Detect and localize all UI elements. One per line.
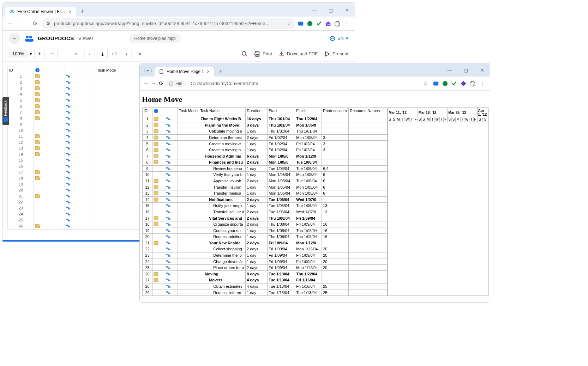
browser-menu-icon[interactable]: ⋮ xyxy=(343,20,351,27)
language-selector[interactable]: EN ▾ xyxy=(330,36,348,41)
minimize-button[interactable]: — xyxy=(445,68,455,73)
document-area[interactable]: Home Move IDiTask ModeTask NameDurationS… xyxy=(140,91,490,302)
extension-icon[interactable] xyxy=(451,80,457,87)
close-tab-icon[interactable]: × xyxy=(69,9,72,14)
svg-line-10 xyxy=(246,55,247,56)
nav-reload-button[interactable]: ⟳ xyxy=(159,80,163,87)
app-back-button[interactable]: ← xyxy=(9,33,20,44)
extension-icon[interactable]: 16 xyxy=(325,20,331,27)
table-row[interactable]: 6Create a moving b1 dayFri 1/02/04Fri 1/… xyxy=(143,147,388,153)
close-button[interactable]: ✕ xyxy=(342,8,352,13)
table-row[interactable]: 16Transfer, sell, or d2 daysTue 1/06/04W… xyxy=(143,209,388,215)
table-row[interactable]: 24Change drivers/v1 dayFri 1/09/04Fri 1/… xyxy=(143,258,388,265)
close-button[interactable]: ✕ xyxy=(477,68,487,73)
browser-tab[interactable]: Free Online Viewer | Free Grou… × xyxy=(5,7,76,17)
tab-search-button[interactable]: ▾ xyxy=(144,67,152,74)
table-row[interactable]: 15Notify your emplo1 dayTue 1/06/04Tue 1… xyxy=(143,203,388,209)
predecessors: 16 xyxy=(322,221,349,227)
extension-icon[interactable] xyxy=(298,20,304,27)
url-text[interactable]: C:/Downloads/myConverted.html xyxy=(191,81,418,86)
url-scheme-chip[interactable]: File xyxy=(166,80,186,87)
nav-forward-button[interactable]: → xyxy=(151,80,157,87)
maximize-button[interactable]: ▢ xyxy=(461,68,471,73)
table-row[interactable]: 18Organize importa2 daysThu 1/08/04Fri 1… xyxy=(143,221,388,227)
zoom-in-button[interactable]: + xyxy=(34,49,45,59)
mode-cell xyxy=(165,246,178,252)
table-row[interactable]: 2Planning the Move3 daysThu 1/01/04Mon 1… xyxy=(143,122,388,128)
close-tab-icon[interactable]: × xyxy=(207,69,210,74)
mode-cell xyxy=(65,217,96,223)
note-cell xyxy=(34,133,65,139)
browser-tab[interactable]: Home Move Page 1 × xyxy=(155,67,214,77)
extension-icon[interactable] xyxy=(460,80,467,87)
duration: 2 days xyxy=(246,246,268,252)
zoom-value[interactable]: 100% xyxy=(9,49,28,58)
task-name: Your New Reside xyxy=(199,240,246,246)
predecessors xyxy=(322,122,349,128)
extensions-menu-icon[interactable] xyxy=(334,20,341,27)
table-row[interactable]: 17Vital Services and2 daysThu 1/08/04Fri… xyxy=(143,215,388,221)
bookmark-star-icon[interactable]: ☆ xyxy=(287,21,291,26)
table-row[interactable]: 26Moving8 daysTue 1/13/04Thu 1/22/04 xyxy=(143,271,388,277)
present-button[interactable]: Present xyxy=(324,51,348,57)
table-row[interactable]: 27Movers4 daysTue 1/13/04Fri 1/16/04 xyxy=(143,277,388,283)
table-row[interactable]: 3Calculate moving e1 dayThu 1/01/04Thu 1… xyxy=(143,128,388,135)
search-button[interactable] xyxy=(241,51,248,57)
new-tab-button[interactable]: + xyxy=(217,66,225,77)
brand-logo[interactable]: GROUPDOCS Viewer xyxy=(24,35,93,42)
table-row[interactable]: 25Place orders for n2 daysFri 1/09/04Mon… xyxy=(143,264,388,271)
page-input[interactable]: 1 xyxy=(97,49,108,59)
extensions-menu-icon[interactable] xyxy=(469,80,476,87)
svg-rect-99 xyxy=(167,186,168,187)
table-row[interactable]: 28Obtain estimates4 daysTue 1/13/04Fri 1… xyxy=(143,283,388,289)
nav-reload-button[interactable]: ⟳ xyxy=(30,19,40,29)
table-row[interactable]: 14Notifications2 daysTue 1/06/04Wed 1/07… xyxy=(143,196,388,203)
table-row[interactable]: 8Finances and Insu2 daysMon 1/05/0Tue 1/… xyxy=(143,159,388,166)
first-page-button[interactable]: ⇤ xyxy=(72,49,82,59)
download-pdf-button[interactable]: Download PDF xyxy=(278,51,318,57)
table-row[interactable]: 1Five to Eight Weeks B16 daysThu 1/01/04… xyxy=(143,116,388,122)
table-row[interactable]: 11Appraise valuab2 daysMon 1/05/04Tue 1/… xyxy=(143,178,388,184)
extension-icon[interactable] xyxy=(433,80,439,87)
table-row[interactable]: 12Transfer insuran1 dayMon 1/05/04Mon 1/… xyxy=(143,184,388,190)
table-row[interactable]: 21Your New Reside2 daysFri 1/09/04Mon 1/… xyxy=(143,240,388,246)
table-row[interactable]: 13Transfer medica1 dayMon 1/05/04Mon 1/0… xyxy=(143,190,388,196)
nav-forward-button[interactable]: → xyxy=(18,19,28,29)
feedback-tab[interactable]: Feedback xyxy=(2,97,9,125)
table-row[interactable]: 19Contact your do1 dayThu 1/08/04Thu 1/0… xyxy=(143,227,388,234)
extension-icon[interactable] xyxy=(307,20,313,27)
table-row[interactable]: 29Request referen1 dayTue 1/13/04Tue 1/1… xyxy=(143,289,388,296)
task-name: Change drivers/v xyxy=(199,258,246,265)
table-row[interactable]: 5Create a moving-e1 dayFri 1/02/04Fri 1/… xyxy=(143,141,388,147)
last-page-button[interactable]: ⇥ xyxy=(134,49,144,59)
extension-icon[interactable] xyxy=(316,20,322,27)
table-row[interactable]: 9Review househo1 dayTue 1/06/04Tue 1/06/… xyxy=(143,165,388,172)
mode-cell xyxy=(165,215,178,221)
prev-page-button[interactable]: ‹ xyxy=(84,49,95,59)
next-page-button[interactable]: › xyxy=(121,49,132,59)
table-row[interactable]: 23Determine the lo1 dayFri 1/09/04Fri 1/… xyxy=(143,252,388,258)
nav-back-button[interactable]: ← xyxy=(143,80,149,87)
table-row[interactable]: 10Verify that your b1 dayMon 1/05/04Mon … xyxy=(143,172,388,178)
bookmark-star-icon[interactable]: ☆ xyxy=(420,80,431,87)
row-id: 20 xyxy=(8,187,34,193)
site-settings-icon[interactable]: ⚙ xyxy=(46,21,50,26)
minimize-button[interactable]: — xyxy=(310,8,319,13)
mode-col xyxy=(178,141,199,147)
timeline-day: M xyxy=(426,117,431,122)
url-input[interactable]: ⚙ products.groupdocs.app/viewer/app/?lan… xyxy=(42,18,295,29)
table-row[interactable]: 22Collect shopping2 daysFri 1/09/04Mon 1… xyxy=(143,246,388,252)
table-row[interactable]: 4Determine the best2 daysFri 1/02/04Mon … xyxy=(143,134,388,141)
nav-back-button[interactable]: ← xyxy=(6,19,16,29)
browser-menu-icon[interactable]: ⋮ xyxy=(478,80,486,87)
print-button[interactable]: Print xyxy=(254,51,272,57)
extension-icon[interactable] xyxy=(442,80,448,87)
table-row[interactable]: 20Request addition1 dayThu 1/08/04Thu 1/… xyxy=(143,233,388,240)
chevron-down-icon[interactable]: ▾ xyxy=(30,51,32,56)
table-row[interactable]: 7Household Adminis6 daysMon 1/05/0Mon 1/… xyxy=(143,153,388,159)
maximize-button[interactable]: ▢ xyxy=(326,8,336,13)
new-tab-button[interactable]: + xyxy=(79,6,87,17)
svg-point-3 xyxy=(307,21,312,26)
zoom-out-button[interactable]: − xyxy=(47,49,58,59)
row-id: 16 xyxy=(8,163,34,169)
